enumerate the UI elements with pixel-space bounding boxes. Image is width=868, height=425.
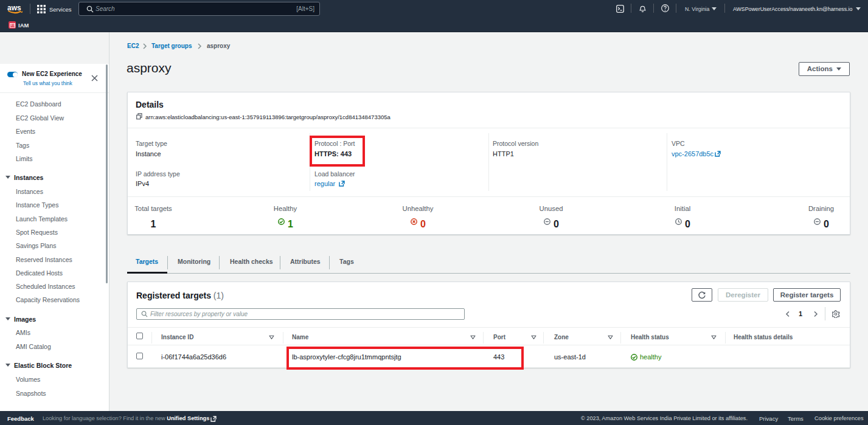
svg-text:aws: aws bbox=[7, 4, 21, 12]
